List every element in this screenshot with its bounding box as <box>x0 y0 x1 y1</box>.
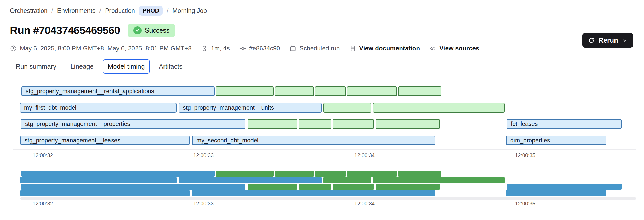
gantt-bar[interactable] <box>373 103 505 113</box>
breadcrumb-separator: / <box>167 7 168 14</box>
gantt-bar-label: dim_properties <box>507 137 550 144</box>
meta-text: #e8634c90 <box>249 45 280 52</box>
axis-tick-label: 12:00:35 <box>515 152 535 158</box>
minimap-bar <box>323 177 371 183</box>
minimap-bar <box>299 184 331 190</box>
gantt-bar[interactable] <box>275 86 314 96</box>
axis-tick-label: 12:00:34 <box>354 201 375 207</box>
gantt-bar[interactable] <box>216 86 274 96</box>
gantt-bar-dim_properties[interactable]: dim_properties <box>506 136 606 145</box>
gantt-bar-label: stg_property_management__rental_applicat… <box>22 88 154 95</box>
axis-tick-label: 12:00:32 <box>33 201 53 207</box>
status-label: Success <box>145 27 169 34</box>
minimap-bar <box>333 184 374 190</box>
minimap-bar <box>398 171 441 177</box>
commit-icon <box>239 45 246 52</box>
axis-tick-label: 12:00:32 <box>33 152 53 158</box>
gantt-bar-stg_property_management__rental_applications[interactable]: stg_property_management__rental_applicat… <box>21 86 215 96</box>
axis-tick-label: 12:00:33 <box>193 201 214 207</box>
gantt-bar[interactable] <box>299 119 331 129</box>
meta-link-label[interactable]: View sources <box>439 45 479 52</box>
environment-badge: PROD <box>139 6 163 16</box>
calendar-icon <box>289 45 296 52</box>
breadcrumb: Orchestration/Environments/ProductionPRO… <box>10 6 207 16</box>
gantt-axis-divider <box>13 149 636 150</box>
gantt-bar-my_first_dbt_model[interactable]: my_first_dbt_model <box>20 103 177 113</box>
run-meta-row: May 6, 2025, 8:00 PM GMT+8–May 6, 2025, … <box>10 43 479 53</box>
meta-item-clock: May 6, 2025, 8:00 PM GMT+8–May 6, 2025, … <box>10 45 192 52</box>
meta-item-document[interactable]: View documentation <box>349 45 420 52</box>
axis-tick-label: 12:00:34 <box>354 152 375 158</box>
minimap-bar <box>315 171 346 177</box>
minimap-bar <box>192 190 435 196</box>
gantt-bar-label: my_first_dbt_model <box>20 104 77 111</box>
title-row: Run #70437465469560 Success <box>10 24 175 37</box>
axis-tick-label: 12:00:35 <box>515 201 535 207</box>
tab-bar: Run summaryLineageModel timingArtifacts <box>10 59 188 74</box>
chevron-down-icon[interactable] <box>622 38 628 43</box>
minimap-bar <box>21 171 215 177</box>
refresh-icon <box>588 37 595 44</box>
gantt-bar-label: my_second_dbt_model <box>193 137 259 144</box>
meta-text: Scheduled run <box>299 45 340 52</box>
gantt-bar[interactable] <box>248 119 297 129</box>
gantt-bar-label: stg_property_management__units <box>179 104 274 111</box>
meta-item-code[interactable]: View sources <box>429 45 479 52</box>
clock-icon <box>10 45 17 52</box>
page-title: Run #70437465469560 <box>10 24 120 37</box>
breadcrumb-separator: / <box>51 7 53 14</box>
gantt-bar-label: fct_leases <box>507 120 538 128</box>
meta-item-calendar: Scheduled run <box>289 45 340 52</box>
gantt-bar[interactable] <box>315 86 346 96</box>
meta-link-label[interactable]: View documentation <box>359 45 420 52</box>
tab-artifacts[interactable]: Artifacts <box>154 59 188 74</box>
minimap-bar <box>347 171 397 177</box>
minimap-bar <box>248 184 297 190</box>
minimap-bar <box>216 171 274 177</box>
check-circle-icon <box>133 26 142 34</box>
breadcrumb-item-production[interactable]: Production <box>105 7 135 14</box>
meta-text: May 6, 2025, 8:00 PM GMT+8–May 6, 2025, … <box>20 45 192 52</box>
tab-model-timing[interactable]: Model timing <box>103 59 150 74</box>
meta-item-commit: #e8634c90 <box>239 45 280 52</box>
gantt-bar-fct_leases[interactable]: fct_leases <box>507 119 622 129</box>
minimap-bar <box>507 184 622 190</box>
gantt-bar-stg_property_management__properties[interactable]: stg_property_management__properties <box>21 119 245 129</box>
gantt-bar[interactable] <box>323 103 371 113</box>
tab-lineage[interactable]: Lineage <box>65 59 99 74</box>
gantt-bar[interactable] <box>376 119 440 129</box>
breadcrumb-separator: / <box>99 7 101 14</box>
gantt-bar[interactable] <box>398 86 441 96</box>
breadcrumb-item-morning-job: Morning Job <box>172 7 207 14</box>
minimap-bar <box>275 171 314 177</box>
status-badge: Success <box>128 24 175 37</box>
code-icon <box>429 45 436 52</box>
rerun-button[interactable]: Rerun <box>582 33 633 48</box>
gantt-bar-stg_property_management__units[interactable]: stg_property_management__units <box>179 103 322 113</box>
hourglass-icon <box>201 45 208 52</box>
minimap-bar <box>179 177 322 183</box>
minimap-bar <box>506 190 606 196</box>
tab-run-summary[interactable]: Run summary <box>10 59 62 74</box>
minimap-bar <box>376 184 440 190</box>
gantt-bar-label: stg_property_management__properties <box>21 120 130 128</box>
minimap-bar <box>20 190 190 196</box>
rerun-label: Rerun <box>599 36 618 44</box>
gantt-bar-label: stg_property_management__leases <box>21 137 120 144</box>
axis-tick-label: 12:00:33 <box>193 152 214 158</box>
gantt-bar[interactable] <box>333 119 374 129</box>
minimap-bar <box>373 177 505 183</box>
gantt-bar-stg_property_management__leases[interactable]: stg_property_management__leases <box>20 136 190 145</box>
meta-item-hourglass: 1m, 4s <box>201 45 230 52</box>
minimap-scrollbar-track[interactable] <box>20 197 636 200</box>
tabs-divider <box>0 75 644 75</box>
minimap-bar <box>21 184 245 190</box>
document-icon <box>349 45 356 52</box>
breadcrumb-item-orchestration[interactable]: Orchestration <box>10 7 48 14</box>
gantt-bar[interactable] <box>347 86 397 96</box>
breadcrumb-item-environments[interactable]: Environments <box>57 7 96 14</box>
gantt-bar-my_second_dbt_model[interactable]: my_second_dbt_model <box>192 136 435 145</box>
minimap-bar <box>20 177 177 183</box>
meta-text: 1m, 4s <box>211 45 230 52</box>
